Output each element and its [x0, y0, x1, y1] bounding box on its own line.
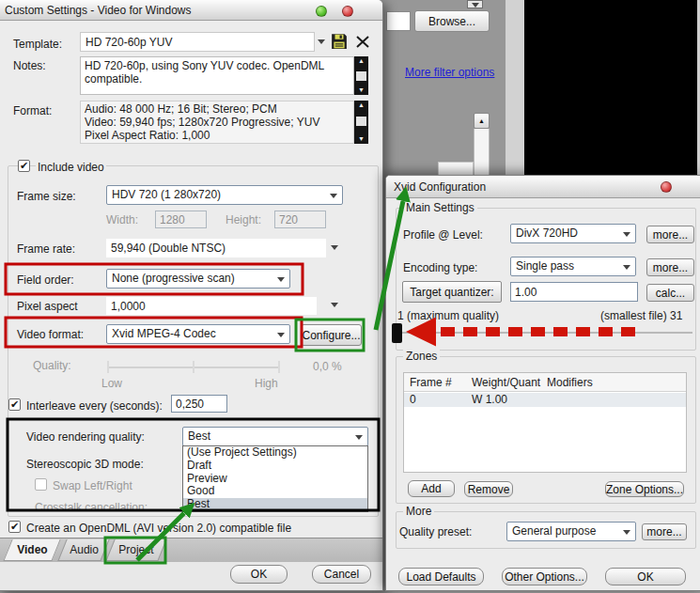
zone-options-button[interactable]: Zone Options... — [605, 481, 684, 497]
height-label: Height: — [226, 213, 261, 226]
backdrop-input-fragment[interactable] — [386, 11, 411, 31]
quantizer-slider-track[interactable] — [396, 332, 692, 334]
slider-tick — [278, 361, 280, 373]
remove-zone-button[interactable]: Remove — [464, 481, 513, 497]
frame-size-combobox[interactable]: HDV 720 (1 280x720) — [106, 185, 343, 205]
more-filter-options-link[interactable]: More filter options — [405, 66, 494, 79]
include-video-checkbox[interactable]: ✔ — [18, 160, 30, 172]
chevron-down-icon — [472, 3, 479, 8]
close-circle-icon[interactable] — [661, 181, 672, 193]
width-field[interactable] — [155, 211, 207, 228]
slider-tick — [193, 361, 194, 373]
zones-table-row[interactable]: 0 W 1.00 — [404, 393, 686, 407]
notes-scrollbar[interactable]: ▲ ▼ — [354, 56, 368, 95]
field-order-label: Field order: — [17, 273, 74, 287]
format-label: Format: — [13, 104, 52, 117]
load-defaults-button[interactable]: Load Defaults — [398, 568, 484, 585]
backdrop-combo-fragment[interactable] — [467, 0, 483, 8]
column-header[interactable]: Modifiers — [547, 373, 593, 392]
profile-more-button[interactable]: more... — [646, 226, 694, 243]
dropdown-option-selected[interactable]: Best — [183, 498, 367, 511]
tab-project-label: Project — [119, 543, 154, 556]
column-header[interactable]: Frame # — [410, 373, 452, 392]
scroll-up-icon[interactable]: ▲ — [354, 57, 368, 65]
minimize-circle-icon[interactable] — [316, 6, 327, 17]
quality-preset-combobox[interactable]: General purpose — [506, 522, 636, 541]
xvid-titlebar[interactable]: Xvid Configuration — [386, 176, 700, 198]
interleave-field[interactable] — [171, 395, 227, 413]
browse-button[interactable]: Browse... — [414, 10, 490, 32]
tab-video[interactable]: Video — [3, 539, 60, 561]
quality-preset-value: General purpose — [512, 524, 596, 538]
custom-settings-titlebar[interactable]: Custom Settings - Video for Windows — [0, 0, 382, 21]
slider-tick — [107, 361, 109, 373]
other-options-button[interactable]: Other Options... — [502, 568, 587, 585]
notes-label: Notes: — [13, 59, 46, 72]
quality-high-label: High — [255, 377, 278, 390]
format-scrollbar[interactable]: ▲ ▼ — [354, 101, 368, 144]
swap-left-right-checkbox[interactable] — [35, 478, 47, 491]
scroll-thumb[interactable] — [356, 117, 366, 126]
close-circle-icon[interactable] — [342, 6, 353, 17]
xvid-ok-button[interactable]: OK — [605, 568, 686, 585]
dropdown-option[interactable]: (Use Project Settings) — [183, 446, 367, 460]
field-order-value: None (progressive scan) — [112, 272, 235, 285]
chevron-down-icon — [277, 277, 285, 282]
save-template-icon[interactable] — [331, 33, 348, 50]
encoding-type-label: Encoding type: — [403, 261, 477, 274]
height-field[interactable] — [274, 211, 326, 228]
notes-textarea[interactable]: HD 720-60p, using Sony YUV codec. OpenDM… — [80, 56, 354, 95]
target-quantizer-button[interactable]: Target quantizer: — [402, 281, 502, 303]
template-dropdown-icon[interactable] — [318, 39, 325, 44]
chevron-down-icon — [277, 333, 285, 337]
frame-rate-label: Frame rate: — [17, 242, 75, 256]
render-quality-label: Video rendering quality: — [26, 430, 145, 444]
main-settings-label: Main Settings — [403, 201, 477, 214]
tab-audio[interactable]: Audio — [57, 539, 109, 561]
encoding-type-value: Single pass — [516, 259, 574, 273]
profile-level-combobox[interactable]: DivX 720HD — [510, 224, 636, 243]
preset-more-button[interactable]: more... — [642, 523, 687, 540]
scrollbar-track[interactable] — [474, 129, 490, 176]
quality-low-label: Low — [101, 377, 122, 390]
opendml-checkbox[interactable]: ✔ — [8, 521, 21, 533]
pixel-aspect-dropdown-icon[interactable] — [331, 303, 338, 307]
stereoscopic-label: Stereoscopic 3D mode: — [26, 458, 144, 471]
scroll-up-icon[interactable]: ▲ — [354, 101, 368, 109]
field-order-combobox[interactable]: None (progressive scan) — [106, 269, 290, 289]
quantizer-min-label: 1 (maximum quality) — [397, 309, 499, 322]
ok-button[interactable]: OK — [230, 565, 288, 584]
template-combobox[interactable]: HD 720-60p YUV — [80, 32, 315, 52]
pixel-aspect-combobox[interactable]: 1,0000 — [106, 297, 317, 315]
interleave-checkbox[interactable]: ✔ — [8, 398, 21, 411]
frame-rate-combobox[interactable]: 59,940 (Double NTSC) — [106, 239, 326, 257]
zones-table-header: Frame # Weight/Quant Modifiers — [404, 373, 686, 392]
backdrop-scroll-fragment[interactable] — [438, 162, 474, 176]
encoding-type-combobox[interactable]: Single pass — [510, 257, 636, 276]
tab-project[interactable]: Project — [105, 539, 166, 561]
calc-button[interactable]: calc... — [646, 284, 694, 302]
scroll-down-icon[interactable]: ▼ — [354, 135, 368, 143]
pixel-aspect-label: Pixel aspect — [17, 300, 78, 313]
dropdown-option[interactable]: Good — [183, 485, 367, 498]
frame-size-value: HDV 720 (1 280x720) — [112, 188, 221, 201]
frame-rate-dropdown-icon[interactable] — [331, 245, 338, 250]
delete-template-x-icon[interactable] — [355, 35, 370, 49]
format-line: Audio: 48 000 Hz; 16 Bit; Stereo; PCM — [85, 102, 350, 116]
dropdown-option[interactable]: Preview — [183, 473, 367, 486]
scroll-up-button[interactable]: ▲ — [474, 113, 490, 129]
opendml-label: Create an OpenDML (AVI version 2.0) comp… — [26, 522, 291, 535]
render-quality-combobox[interactable]: Best — [182, 427, 368, 446]
configure-button[interactable]: Configure... — [301, 324, 362, 346]
target-quantizer-field[interactable] — [510, 282, 638, 302]
video-format-combobox[interactable]: Xvid MPEG-4 Codec — [106, 324, 290, 344]
quantizer-slider-thumb[interactable] — [392, 323, 402, 343]
column-header[interactable]: Weight/Quant — [472, 373, 540, 392]
dropdown-option[interactable]: Draft — [183, 460, 367, 473]
encoding-more-button[interactable]: more... — [646, 258, 694, 276]
cancel-button[interactable]: Cancel — [312, 565, 371, 584]
scroll-thumb[interactable] — [356, 71, 366, 81]
dialog-title: Custom Settings - Video for Windows — [5, 4, 192, 17]
add-zone-button[interactable]: Add — [408, 480, 455, 497]
scroll-down-icon[interactable]: ▼ — [354, 86, 368, 94]
